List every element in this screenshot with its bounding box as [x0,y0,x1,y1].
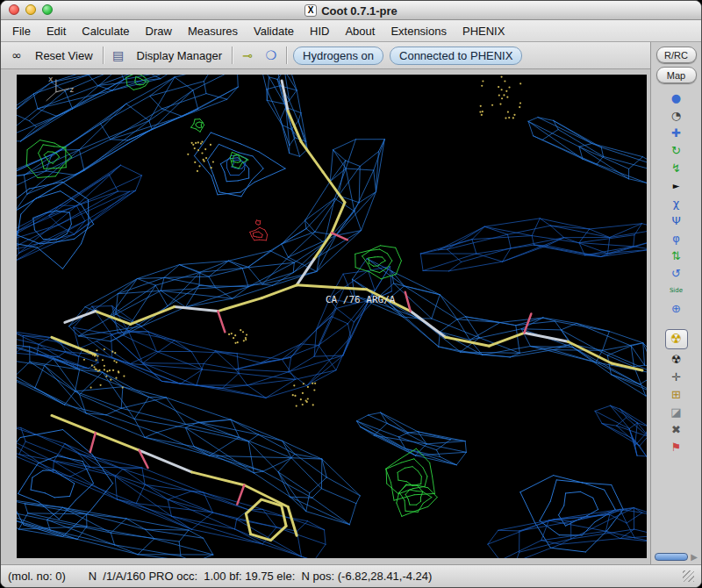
window-controls [9,4,53,15]
menu-measures[interactable]: Measures [180,22,246,40]
eraser-icon[interactable]: ◪ [666,405,687,419]
x11-window-icon: X [304,4,317,17]
mol-number-status: (mol. no: 0) [8,570,66,583]
rotate-translate-icon[interactable]: ↺ [666,266,687,281]
stereo-glasses-icon[interactable]: ∞ [8,48,25,62]
axis-z-label: z [69,85,74,94]
expand-button[interactable]: ▶ [691,552,698,562]
go-to-atom-icon[interactable]: ⊸ [239,48,256,62]
toolbar-separator [103,47,104,64]
menu-validate[interactable]: Validate [246,22,302,40]
chi-angles-icon[interactable]: χ [666,196,687,211]
hydrogens-toggle-button[interactable]: Hydrogens on [293,47,383,65]
atom-label: CA /76 ARG/A [326,294,395,305]
delete-item-icon[interactable]: ✖ [666,422,687,437]
menu-draw[interactable]: Draw [138,22,180,40]
atom-info-status: N /1/A/160 PRO occ: 1.00 bf: 19.75 ele: … [89,570,433,583]
horizontal-scrollbar-thumb[interactable] [655,553,688,561]
crosshair-icon[interactable]: ✛ [666,369,687,384]
map-button[interactable]: Map [656,67,697,83]
display-flag-icon[interactable]: ⚑ [666,440,687,455]
menu-hid[interactable]: HID [302,22,337,40]
go-to-residue-icon[interactable]: ❍ [262,48,280,62]
toolbar-separator [286,47,287,64]
run-refinement-icon[interactable]: ► [666,178,687,193]
density-mesh-svg [17,75,647,558]
torsion-general-icon[interactable]: φ [666,231,687,246]
close-button[interactable] [9,4,19,15]
zoom-button[interactable] [42,4,53,15]
modelling-icon-stack: ● ◔ ✚ ↻ ↯ ► χ Ψ φ ⇅ ↺ Side ⊕ ☢ ☢ ✛ ⊞ ◪ ✖… [665,90,688,455]
add-atom-icon[interactable]: ⊞ [666,387,687,402]
menubar: File Edit Calculate Draw Measures Valida… [1,20,701,42]
coot-window: X Coot 0.7.1-pre File Edit Calculate Dra… [0,0,702,588]
regularize-zone-icon[interactable]: ↯ [666,161,687,176]
translate-zone-icon[interactable]: ✚ [666,125,687,140]
reset-view-button[interactable]: Reset View [32,47,97,65]
rrc-button[interactable]: R/RC [656,47,697,63]
right-toolbar: R/RC Map ● ◔ ✚ ↻ ↯ ► χ Ψ φ ⇅ ↺ Side ⊕ ☢ … [650,42,701,564]
display-manager-icon[interactable]: ▤ [110,48,127,62]
menu-calculate[interactable]: Calculate [74,22,137,40]
radiation-icon[interactable]: ☢ [666,352,687,367]
display-manager-button[interactable]: Display Manager [133,47,226,65]
minimize-button[interactable] [25,4,36,15]
toolbar-separator [232,47,233,64]
menu-phenix[interactable]: PHENIX [455,22,512,40]
titlebar[interactable]: X Coot 0.7.1-pre [1,1,701,20]
recenter-sphere-icon[interactable]: ● [666,90,687,105]
axis-x-label: x [48,75,53,83]
menu-about[interactable]: About [337,22,383,40]
side-chain-flip-icon[interactable]: Side [666,283,687,298]
radiation-active-icon[interactable]: ☢ [665,329,688,349]
main-toolbar: ∞ Reset View ▤ Display Manager ⊸ ❍ Hydro… [1,42,650,69]
phenix-connection-button[interactable]: Connected to PHENIX [390,47,522,65]
menu-extensions[interactable]: Extensions [383,22,455,40]
flip-peptide-icon[interactable]: ⇅ [666,248,687,263]
rotamers-icon[interactable]: Ψ [666,213,687,228]
statusbar: (mol. no: 0) N /1/A/160 PRO occ: 1.00 bf… [1,564,701,587]
history-clock-icon[interactable]: ◔ [666,108,687,123]
refine-zone-icon[interactable]: ↻ [666,143,687,158]
window-title: Coot 0.7.1-pre [321,4,398,18]
menu-edit[interactable]: Edit [39,22,74,40]
gl-canvas[interactable]: x z CA /76 ARG/A [17,75,647,558]
resize-grip[interactable] [683,570,694,582]
menu-file[interactable]: File [4,22,39,40]
canvas-frame: x z CA /76 ARG/A [1,69,650,564]
add-terminal-residue-icon[interactable]: ⊕ [666,301,687,316]
